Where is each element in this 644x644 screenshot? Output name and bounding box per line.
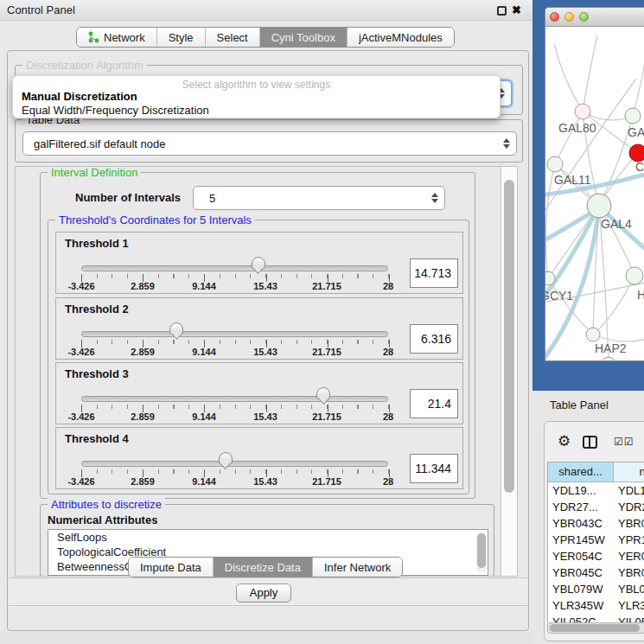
table-row[interactable]: YDR27...YDR27... [548,499,644,515]
cell: YBR045C [614,564,644,581]
network-canvas[interactable]: GAL80GACGAL11GAL4GCY1HHAP2 [545,27,644,361]
threshold-value-field[interactable]: 21.4 [410,389,458,418]
network-edge[interactable] [593,276,634,335]
tab-select[interactable]: Select [206,28,260,47]
tab-discretize-data[interactable]: Discretize Data [214,558,313,577]
network-node[interactable] [625,108,641,124]
table-row[interactable]: YBR043CYBR043C [548,515,644,532]
network-node-label: C [635,160,644,174]
minimize-traffic-light[interactable] [564,12,574,22]
tick-label: 9.144 [192,347,216,357]
threshold-value-field[interactable]: 14.713 [410,258,458,288]
network-edge[interactable] [633,61,644,116]
table-row[interactable]: YBL079WYBL079W [548,581,644,597]
tick-label: 2.859 [131,347,155,357]
tick-label: 9.144 [192,281,216,291]
network-edge[interactable] [548,278,593,335]
group-title: Interval Definition [48,166,141,179]
network-node[interactable] [602,357,615,361]
table-data-group: Table Data galFiltered.sif default node [15,119,523,163]
network-node[interactable] [547,156,563,172]
network-window-titlebar[interactable] [545,8,644,27]
top-tab-bar: Network Style Select Cyni Toolbox jActiv… [76,27,455,48]
apply-bar: Apply [8,577,528,606]
network-node[interactable] [626,267,643,284]
column-header-shared-name[interactable]: shared... [548,462,614,482]
tab-label: Select [217,31,248,44]
cell: YLR345W [614,597,644,614]
tab-style[interactable]: Style [157,28,206,47]
threshold-slider-track[interactable] [81,396,388,402]
table-row[interactable]: YIL052CYIL052C [548,614,644,622]
dropdown-option-manual-discretization[interactable]: Manual Discretization [22,90,137,103]
table-row[interactable]: YDL19...YDL19... [548,482,644,499]
threshold-slider-handle[interactable] [252,257,265,276]
horizontal-scrollbar[interactable] [547,622,644,634]
tab-infer-network[interactable]: Infer Network [313,558,402,577]
network-node[interactable] [586,328,600,341]
list-scrollbar[interactable] [476,532,487,573]
vertical-scrollbar[interactable] [501,167,517,576]
float-window-icon[interactable] [497,6,507,16]
select-columns-icon[interactable]: ☑☑ [614,436,634,448]
control-panel-header: Control Panel ✖ [0,0,532,21]
network-edge[interactable] [593,335,644,341]
network-icon [88,31,99,43]
network-node-label: GA [628,125,644,139]
network-node-label: HAP2 [595,341,627,355]
dropdown-option-equal-width-frequency[interactable]: Equal Width/Frequency Discretization [22,104,209,117]
interval-definition-group: Interval Definition Number of Intervals … [40,172,475,499]
threshold-slider-handle[interactable] [316,387,330,406]
tick-label: 28 [383,476,393,487]
tab-cyni-toolbox[interactable]: Cyni Toolbox [260,28,348,47]
group-title: Threshold's Coordinates for 5 Intervals [55,214,255,226]
settings-scroll-viewport: Interval Definition Number of Intervals … [15,166,518,577]
tick-label: 9.144 [192,476,216,487]
network-node[interactable] [587,194,611,218]
network-window: GAL80GACGAL11GAL4GCY1HHAP2 [545,7,644,361]
threshold-slider-track[interactable] [81,331,388,337]
table-data-combobox[interactable]: galFiltered.sif default node [22,131,517,156]
column-header-name[interactable]: n [614,462,644,482]
threshold-slider-handle[interactable] [219,452,233,471]
horizontal-scrollbar-thumb[interactable] [550,624,640,632]
tab-impute-data[interactable]: Impute Data [129,558,214,577]
zoom-traffic-light[interactable] [579,12,589,22]
network-node-label: H [637,288,644,302]
list-item-selfloops[interactable]: SelfLoops [48,530,488,545]
cell: YDL19... [614,482,644,499]
cell: YDR27... [614,499,644,515]
tick-label: 28 [383,347,393,357]
network-edge[interactable] [583,35,597,112]
tick-label: -3.426 [67,476,94,487]
close-icon[interactable]: ✖ [512,3,521,16]
cell: YPR145W [614,532,644,548]
network-node[interactable] [575,104,590,119]
threshold-slider-handle[interactable] [169,322,183,341]
tick-label: 15.43 [253,411,277,422]
network-edge[interactable] [554,44,583,112]
network-edge[interactable] [555,112,583,164]
tab-jactivemnodules[interactable]: jActiveMNodules [348,28,454,47]
vertical-scrollbar-thumb[interactable] [504,180,514,493]
table-row[interactable]: YLR345WYLR345W [548,597,644,614]
gear-icon[interactable]: ⚙ [558,434,571,449]
tab-label: Network [104,31,145,44]
column-split-icon[interactable] [583,436,597,449]
close-traffic-light[interactable] [550,12,559,22]
tick-label: 21.715 [312,411,341,422]
number-of-intervals-combobox[interactable]: 5 [193,186,445,210]
apply-button[interactable]: Apply [236,583,291,603]
tab-label: Cyni Toolbox [271,31,335,44]
threshold-value-field[interactable]: 6.316 [410,324,458,354]
threshold-value-field[interactable]: 11.344 [410,454,458,483]
tab-network[interactable]: Network [77,28,157,47]
table-row[interactable]: YPR145WYPR145W [548,532,644,548]
table-row[interactable]: YER054CYER054C [548,548,644,564]
cell: YIL052C [614,614,644,622]
threshold-slider-track[interactable] [81,461,388,467]
network-node[interactable] [545,271,555,285]
network-node[interactable] [629,144,644,162]
table-row[interactable]: YBR045CYBR045C [548,564,644,581]
threshold-slider-track[interactable] [81,265,388,271]
